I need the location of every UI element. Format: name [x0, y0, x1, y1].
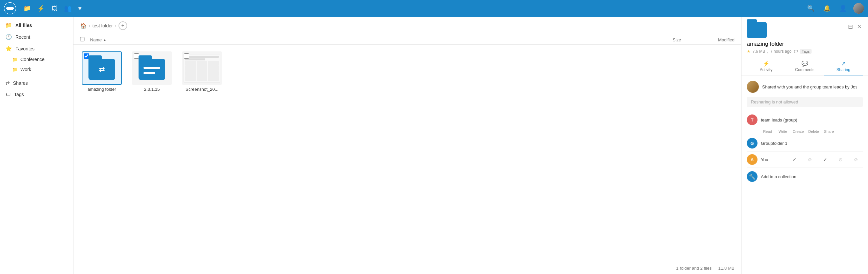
- sharer-avatar: [747, 81, 759, 93]
- sidebar-label-shares: Shares: [13, 81, 28, 86]
- star-icon: ★: [747, 49, 750, 54]
- user-avatar[interactable]: [853, 3, 864, 14]
- you-name: You: [761, 157, 784, 162]
- file-item-amazing-folder[interactable]: ⇄ ··· amazing folder: [80, 51, 124, 92]
- sidebar-label-all-files: All files: [16, 23, 32, 28]
- file-thumbnail-2-3-1-15: ···: [132, 51, 172, 85]
- file-item-2-3-1-15[interactable]: ··· 2.3.1.15: [130, 51, 174, 92]
- comments-tab-icon: 💬: [802, 60, 808, 67]
- sidebar-item-recent[interactable]: 🕐 Recent: [0, 31, 73, 43]
- notifications-icon[interactable]: 🔔: [821, 3, 833, 14]
- breadcrumb-folder[interactable]: test folder: [92, 23, 113, 28]
- activity-nav-icon[interactable]: ⚡: [35, 3, 47, 14]
- file-menu-2-3-1-15[interactable]: ···: [163, 53, 170, 60]
- detail-folder-icon: [747, 22, 767, 38]
- detail-info-icon[interactable]: ⊟: [848, 23, 853, 30]
- breadcrumb-sep-2: ›: [115, 23, 117, 28]
- content-area: 🏠 › test folder › + Name ▲ Size Modified: [73, 17, 741, 274]
- sidebar-item-work[interactable]: 📁 Work: [0, 64, 73, 74]
- detail-close-button[interactable]: ✕: [856, 22, 863, 31]
- col-size-header: Size: [648, 37, 681, 42]
- breadcrumb-add-button[interactable]: +: [119, 21, 127, 30]
- groupfolder-name: Groupfolder 1: [761, 141, 863, 146]
- perm-delete-label: Delete: [807, 129, 820, 133]
- file-thumbnail-screenshot: ···: [182, 51, 222, 85]
- detail-tabs: ⚡ Activity 💬 Comments ↗ Sharing: [741, 58, 868, 75]
- favorites-nav-icon[interactable]: ♥: [76, 3, 84, 14]
- add-collection-icon: 🔧: [747, 171, 757, 182]
- main-layout: 📁 All files 🕐 Recent ⭐ Favorites 📁 Confe…: [0, 17, 868, 274]
- photos-nav-icon[interactable]: 🖼: [50, 3, 59, 14]
- file-list-header: Name ▲ Size Modified: [73, 35, 741, 45]
- files-nav-icon[interactable]: 📁: [21, 3, 33, 14]
- sidebar-label-recent: Recent: [16, 34, 30, 40]
- select-all-checkbox[interactable]: [80, 37, 85, 41]
- tab-comments[interactable]: 💬 Comments: [785, 58, 824, 75]
- all-files-icon: 📁: [5, 22, 12, 28]
- you-perm-delete[interactable]: ⊘: [834, 157, 847, 162]
- folder-icon-amazing: ⇄: [89, 59, 115, 80]
- detail-title: amazing folder: [741, 41, 868, 49]
- you-permissions: ✓ ⊘ ✓ ⊘ ⊘: [788, 157, 863, 162]
- tab-sharing[interactable]: ↗ Sharing: [824, 58, 863, 75]
- top-navigation: 📁 ⚡ 🖼 👥 ♥ 🔍 🔔 👤: [0, 0, 868, 17]
- file-checkbox-screenshot[interactable]: [184, 53, 189, 59]
- file-total-size: 11.8 MB: [718, 266, 735, 271]
- you-perm-create[interactable]: ✓: [818, 157, 832, 162]
- perm-header: Read Write Create Delete Share: [747, 128, 863, 135]
- conference-folder-icon: 📁: [12, 57, 18, 62]
- groupfolder-avatar: G: [747, 138, 757, 149]
- you-perm-read[interactable]: ✓: [788, 157, 801, 162]
- file-item-screenshot[interactable]: ··· Screenshot_20...: [180, 51, 224, 92]
- share-row-groupfolder: G Groupfolder 1: [747, 135, 863, 152]
- file-footer: 1 folder and 2 files 11.8 MB: [73, 262, 741, 274]
- team-leads-name: team leads (group): [761, 118, 863, 122]
- sidebar-label-tags: Tags: [14, 92, 24, 97]
- contacts-menu-icon[interactable]: 👤: [837, 3, 849, 14]
- app-logo[interactable]: [4, 2, 16, 14]
- perm-write-label: Write: [776, 129, 789, 133]
- folder-icon-2-3-1-15: [138, 59, 165, 80]
- add-collection-row[interactable]: 🔧 Add to a collection: [747, 168, 863, 185]
- perm-share-label: Share: [822, 129, 836, 133]
- detail-meta: ★ 7.6 MB , 7 hours ago 🏷 Tags: [741, 49, 868, 58]
- sharing-tab-icon: ↗: [841, 60, 846, 67]
- detail-separator: ,: [767, 49, 768, 54]
- shares-icon: ⇄: [5, 80, 10, 86]
- sidebar-item-tags[interactable]: 🏷 Tags: [0, 89, 73, 100]
- file-menu-amazing[interactable]: ···: [113, 53, 120, 60]
- share-icon-on-folder: ⇄: [99, 65, 105, 74]
- col-name-header[interactable]: Name ▲: [90, 37, 648, 42]
- perm-create-label: Create: [792, 129, 805, 133]
- sidebar-item-favorites[interactable]: ⭐ Favorites: [0, 43, 73, 54]
- you-perm-write[interactable]: ⊘: [803, 157, 816, 162]
- tab-activity[interactable]: ⚡ Activity: [747, 58, 785, 75]
- resharing-note: Resharing is not allowed: [747, 97, 863, 107]
- col-modified-header: Modified: [681, 37, 735, 42]
- contacts-nav-icon[interactable]: 👥: [62, 3, 73, 14]
- sidebar-label-work: Work: [20, 67, 31, 72]
- team-leads-avatar: T: [747, 115, 757, 125]
- sidebar: 📁 All files 🕐 Recent ⭐ Favorites 📁 Confe…: [0, 17, 73, 274]
- sidebar-label-favorites: Favorites: [16, 46, 35, 51]
- detail-time: 7 hours ago: [770, 49, 791, 54]
- favorites-icon: ⭐: [5, 45, 12, 52]
- file-name-2-3-1-15: 2.3.1.15: [132, 87, 172, 92]
- sidebar-item-all-files[interactable]: 📁 All files: [0, 19, 73, 31]
- you-perm-share[interactable]: ⊘: [849, 157, 863, 162]
- file-menu-screenshot[interactable]: ···: [213, 53, 220, 60]
- topnav-right: 🔍 🔔 👤: [805, 3, 864, 14]
- tags-icon: 🏷: [5, 91, 11, 97]
- detail-body: Shared with you and the group team leads…: [741, 75, 868, 274]
- sidebar-item-shares[interactable]: ⇄ Shares: [0, 77, 73, 89]
- sort-arrow-icon: ▲: [103, 38, 106, 42]
- tab-sharing-label: Sharing: [836, 67, 850, 72]
- sidebar-label-conference: Conference: [20, 57, 44, 62]
- search-icon[interactable]: 🔍: [805, 3, 816, 14]
- detail-size: 7.6 MB: [752, 49, 765, 54]
- shared-info-box: Shared with you and the group team leads…: [747, 81, 863, 93]
- activity-tab-icon: ⚡: [763, 60, 770, 67]
- tags-chip[interactable]: Tags: [800, 49, 812, 54]
- sidebar-item-conference[interactable]: 📁 Conference: [0, 54, 73, 64]
- breadcrumb-home[interactable]: 🏠: [80, 23, 87, 29]
